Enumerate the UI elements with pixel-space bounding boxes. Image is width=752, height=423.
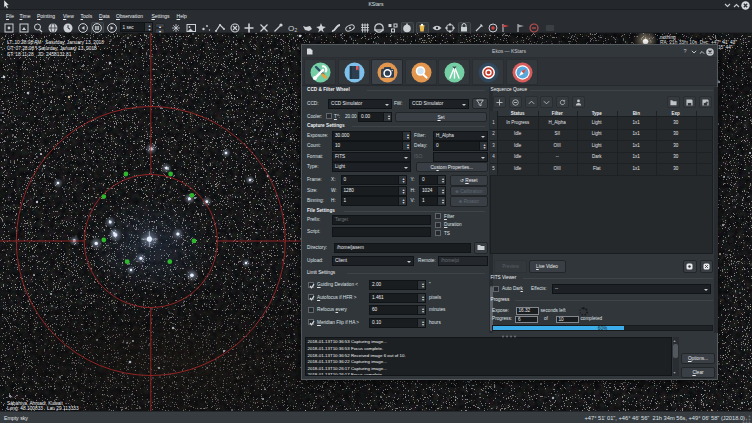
svg-text:O₂: O₂ bbox=[288, 24, 297, 33]
